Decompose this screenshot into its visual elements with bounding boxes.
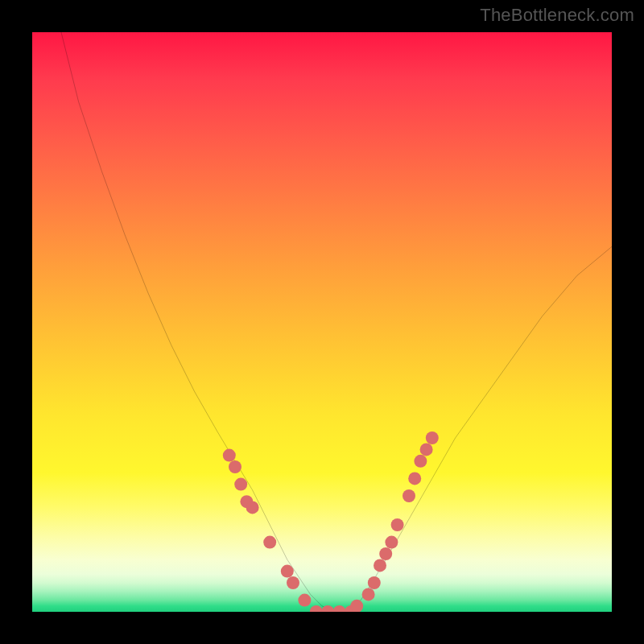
marker-dot: [362, 588, 375, 601]
marker-dot: [287, 576, 299, 589]
marker-dot: [426, 431, 439, 444]
chart-container: TheBottleneck.com: [0, 0, 644, 644]
marker-dot: [408, 472, 421, 485]
marker-dot: [379, 547, 392, 560]
marker-dot: [263, 536, 276, 549]
marker-dot: [246, 501, 259, 514]
marker-dots: [32, 32, 612, 612]
marker-dot: [391, 518, 404, 531]
marker-dot: [229, 460, 242, 473]
marker-dot: [310, 605, 323, 612]
marker-dot: [281, 565, 294, 578]
marker-dot: [368, 576, 381, 589]
marker-dot: [374, 559, 386, 572]
marker-dot: [385, 536, 398, 549]
marker-dot: [321, 605, 334, 612]
marker-dot: [414, 455, 427, 468]
marker-dot: [234, 478, 247, 491]
watermark-text: TheBottleneck.com: [480, 5, 634, 26]
marker-dot: [402, 489, 415, 502]
marker-dot: [333, 605, 346, 612]
marker-dot: [350, 600, 363, 612]
marker-dot: [420, 443, 433, 456]
marker-dot: [223, 449, 236, 462]
plot-area: [32, 32, 612, 612]
marker-dot: [298, 594, 311, 607]
